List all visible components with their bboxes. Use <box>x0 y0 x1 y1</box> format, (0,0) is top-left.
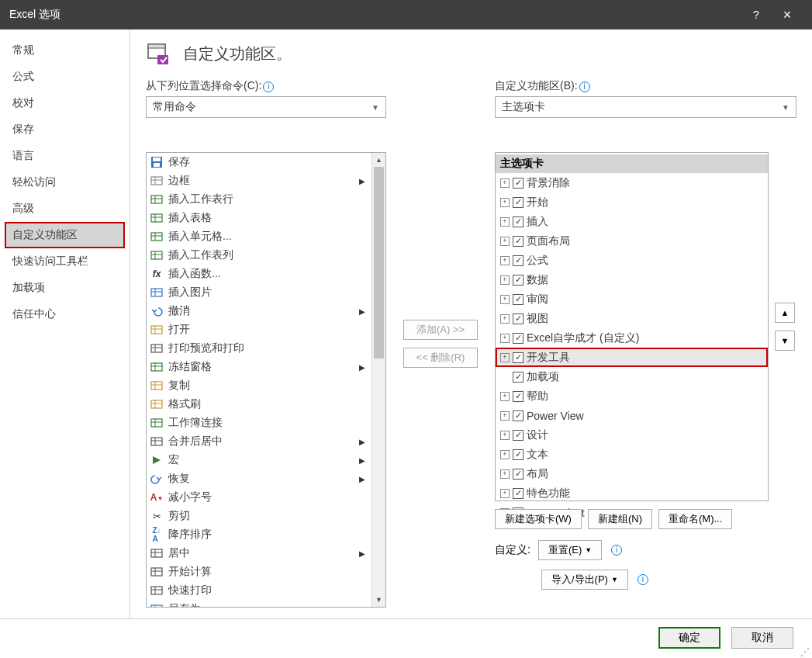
rename-button[interactable]: 重命名(M)... <box>658 509 732 529</box>
command-item[interactable]: 复制 <box>147 376 371 395</box>
tree-item[interactable]: +✓数据 <box>496 270 768 289</box>
new-group-button[interactable]: 新建组(N) <box>588 509 652 529</box>
expand-icon[interactable]: + <box>500 198 510 207</box>
checkbox[interactable]: ✓ <box>513 391 523 402</box>
command-item[interactable]: 插入图片 <box>147 283 371 302</box>
command-item[interactable]: 居中▶ <box>147 544 371 563</box>
expand-icon[interactable]: + <box>500 178 510 188</box>
sidebar-item-0[interactable]: 常规 <box>5 37 125 64</box>
tree-item[interactable]: +✓开始 <box>496 192 768 212</box>
command-item[interactable]: 恢复▶ <box>147 469 371 488</box>
checkbox[interactable]: ✓ <box>513 488 523 499</box>
command-item[interactable]: 插入工作表行 <box>147 190 371 209</box>
expand-icon[interactable]: + <box>500 450 510 459</box>
expand-icon[interactable]: + <box>500 334 510 343</box>
command-item[interactable]: 插入表格 <box>147 209 371 227</box>
expand-icon[interactable]: + <box>500 237 510 246</box>
move-up-button[interactable]: ▲ <box>775 303 795 323</box>
expand-icon[interactable]: + <box>500 469 510 479</box>
cancel-button[interactable]: 取消 <box>731 627 793 649</box>
move-down-button[interactable]: ▼ <box>775 331 795 351</box>
tree-item[interactable]: +✓审阅 <box>496 289 768 309</box>
info-icon[interactable]: i <box>263 81 274 92</box>
expand-icon[interactable]: + <box>500 489 510 498</box>
sidebar-item-7[interactable]: 自定义功能区 <box>5 222 125 248</box>
command-item[interactable]: 另存为 <box>147 600 371 607</box>
import-export-dropdown-button[interactable]: 导入/导出(P) ▼ <box>541 570 628 590</box>
command-item[interactable]: 插入工作表列 <box>147 246 371 265</box>
ok-button[interactable]: 确定 <box>658 627 720 649</box>
checkbox[interactable]: ✓ <box>513 313 523 324</box>
checkbox[interactable]: ✓ <box>513 197 523 208</box>
ribbon-tabs-tree[interactable]: 主选项卡+✓背景消除+✓开始+✓插入+✓页面布局+✓公式+✓数据+✓审阅+✓视图… <box>495 152 769 501</box>
command-item[interactable]: 边框▶ <box>147 171 371 190</box>
tree-item[interactable]: +✓布局 <box>496 464 768 483</box>
expand-icon[interactable]: + <box>500 314 510 324</box>
command-item[interactable]: 开始计算 <box>147 563 371 581</box>
tree-item[interactable]: +✓文本 <box>496 445 768 464</box>
checkbox[interactable]: ✓ <box>513 352 523 363</box>
command-item[interactable]: ✂剪切 <box>147 507 371 525</box>
info-icon[interactable]: i <box>638 574 648 585</box>
tree-item[interactable]: +✓背景消除 <box>496 173 768 192</box>
command-item[interactable]: A▼减小字号 <box>147 488 371 507</box>
checkbox[interactable]: ✓ <box>513 275 523 286</box>
command-item[interactable]: 打开 <box>147 320 371 339</box>
command-item[interactable]: 保存 <box>147 153 371 171</box>
tree-item[interactable]: +✓插入 <box>496 212 768 231</box>
tree-item[interactable]: ✓加载项 <box>496 367 768 386</box>
sidebar-item-2[interactable]: 校对 <box>5 90 125 116</box>
expand-icon[interactable]: + <box>500 353 510 362</box>
expand-icon[interactable]: + <box>500 217 510 227</box>
sidebar-item-8[interactable]: 快速访问工具栏 <box>5 248 125 275</box>
checkbox[interactable]: ✓ <box>513 216 523 227</box>
checkbox[interactable]: ✓ <box>513 430 523 441</box>
tree-item[interactable]: +✓帮助 <box>496 386 768 406</box>
sidebar-item-1[interactable]: 公式 <box>5 64 125 90</box>
sidebar-item-4[interactable]: 语言 <box>5 143 125 169</box>
command-item[interactable]: 快速打印 <box>147 581 371 600</box>
expand-icon[interactable]: + <box>500 256 510 265</box>
expand-icon[interactable]: + <box>500 431 510 440</box>
tree-item[interactable]: +✓Power View <box>496 406 768 425</box>
command-item[interactable]: 工作簿连接 <box>147 414 371 432</box>
command-item[interactable]: 宏▶ <box>147 451 371 469</box>
new-tab-button[interactable]: 新建选项卡(W) <box>495 509 582 529</box>
reset-dropdown-button[interactable]: 重置(E) ▼ <box>538 540 602 560</box>
close-button[interactable]: × <box>772 7 803 23</box>
add-button[interactable]: 添加(A) >> <box>403 320 478 340</box>
sidebar-item-6[interactable]: 高级 <box>5 196 125 222</box>
sidebar-item-5[interactable]: 轻松访问 <box>5 169 125 196</box>
scrollbar-vertical[interactable]: ▲ ▼ <box>371 153 385 607</box>
checkbox[interactable]: ✓ <box>513 469 523 480</box>
command-item[interactable]: 插入单元格... <box>147 227 371 246</box>
sidebar-item-9[interactable]: 加载项 <box>5 275 125 301</box>
info-icon[interactable]: i <box>611 545 622 556</box>
expand-icon[interactable]: + <box>500 275 510 285</box>
command-item[interactable]: 冻结窗格▶ <box>147 358 371 376</box>
command-item[interactable]: fx插入函数... <box>147 265 371 283</box>
checkbox[interactable]: ✓ <box>513 372 523 383</box>
sidebar-item-10[interactable]: 信任中心 <box>5 301 125 327</box>
checkbox[interactable]: ✓ <box>513 449 523 460</box>
help-button[interactable]: ? <box>741 9 772 21</box>
tree-item[interactable]: +✓公式 <box>496 251 768 270</box>
checkbox[interactable]: ✓ <box>513 294 523 305</box>
tree-item[interactable]: +✓页面布局 <box>496 231 768 251</box>
command-item[interactable]: 打印预览和打印 <box>147 339 371 358</box>
expand-icon[interactable]: + <box>500 295 510 304</box>
checkbox[interactable]: ✓ <box>513 333 523 344</box>
info-icon[interactable]: i <box>579 81 590 92</box>
remove-button[interactable]: << 删除(R) <box>403 348 478 368</box>
checkbox[interactable]: ✓ <box>513 410 523 421</box>
commands-listbox[interactable]: 保存边框▶插入工作表行插入表格插入单元格...插入工作表列fx插入函数...插入… <box>146 152 386 608</box>
tree-item[interactable]: +✓Excel自学成才 (自定义) <box>496 328 768 348</box>
resize-grip-icon[interactable]: ⋰ <box>800 646 810 656</box>
tree-item[interactable]: +✓视图 <box>496 309 768 328</box>
checkbox[interactable]: ✓ <box>513 255 523 266</box>
tree-item[interactable]: +✓特色功能 <box>496 483 768 503</box>
checkbox[interactable]: ✓ <box>513 178 523 189</box>
command-item[interactable]: 格式刷 <box>147 395 371 414</box>
command-item[interactable]: 合并后居中▶ <box>147 432 371 451</box>
sidebar-item-3[interactable]: 保存 <box>5 116 125 143</box>
